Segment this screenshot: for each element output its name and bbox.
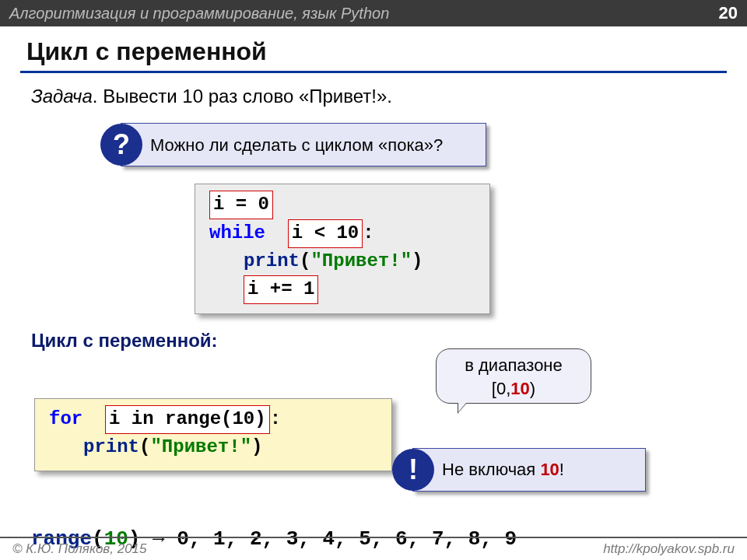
- code-for-line1: for i in range(10):: [49, 405, 377, 434]
- code-for-line2: print("Привет!"): [49, 434, 377, 461]
- header-title: Алгоритмизация и программирование, язык …: [9, 5, 389, 23]
- code-while-cond: i < 10: [288, 219, 363, 248]
- str-lit: "Привет!": [310, 250, 412, 271]
- kw-while: while: [209, 222, 265, 243]
- task-label: Задача: [31, 86, 93, 107]
- note-callout: ! Не включая 10!: [412, 448, 646, 492]
- exclamation-badge-icon: !: [392, 449, 434, 491]
- colon: :: [363, 222, 374, 243]
- section-for-title: Цикл с переменной:: [31, 328, 716, 353]
- code-for-expr: i in range(10): [105, 405, 270, 434]
- kw-print: print: [244, 250, 300, 271]
- kw-for: for: [49, 408, 82, 429]
- footer-copyright: © К.Ю. Поляков, 2015: [12, 541, 147, 557]
- code-while-line1: i = 0: [209, 191, 475, 219]
- question-callout: ? Можно ли сделать с циклом «пока»?: [121, 123, 486, 166]
- task-text: . Вывести 10 раз слово «Привет!».: [93, 86, 392, 107]
- range-tooltip: в диапазоне [0,10): [436, 348, 591, 404]
- task-line: Задача. Вывести 10 раз слово «Привет!».: [31, 84, 716, 109]
- str-lit2: "Привет!": [150, 436, 251, 457]
- code-while-inc: i += 1: [244, 275, 318, 304]
- range-tooltip-line1: в диапазоне: [454, 354, 573, 377]
- code-for: for i in range(10): print("Привет!"): [34, 398, 392, 471]
- title-underline: [20, 71, 727, 73]
- code-while-init: i = 0: [209, 191, 273, 219]
- slide-header: Алгоритмизация и программирование, язык …: [0, 0, 747, 26]
- question-text: Можно ли сделать с циклом «пока»?: [142, 126, 455, 165]
- note-text: Не включая 10!: [434, 450, 577, 489]
- code-while-line3: print("Привет!"): [209, 248, 475, 275]
- page-number: 20: [719, 3, 738, 23]
- code-while-line4: i += 1: [209, 275, 475, 304]
- slide-title: Цикл с переменной: [0, 26, 747, 71]
- code-while-line2: while i < 10:: [209, 219, 475, 248]
- footer-url: http://kpolyakov.spb.ru: [603, 541, 735, 557]
- slide-footer: © К.Ю. Поляков, 2015 http://kpolyakov.sp…: [0, 537, 747, 560]
- code-while: i = 0 while i < 10: print("Привет!") i +…: [195, 184, 490, 313]
- range-tooltip-line2: [0,10): [454, 377, 573, 401]
- slide-content: Задача. Вывести 10 раз слово «Привет!». …: [0, 84, 747, 553]
- question-badge-icon: ?: [100, 124, 142, 166]
- kw-print2: print: [83, 436, 139, 457]
